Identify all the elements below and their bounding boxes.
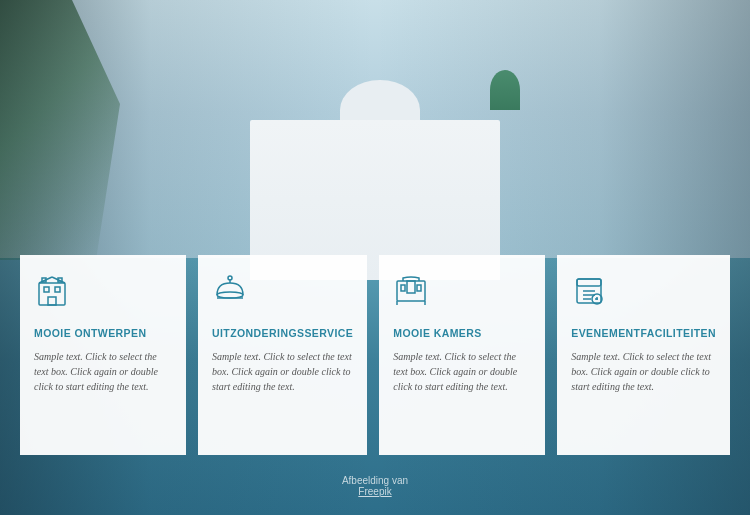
svg-rect-3 — [48, 297, 56, 305]
card-1-text: Sample text. Click to select the text bo… — [34, 349, 172, 394]
card-2-title: UITZONDERINGSSERVICE — [212, 326, 353, 341]
attribution-source: Freepik — [342, 486, 408, 497]
building — [200, 80, 550, 280]
building-icon — [34, 273, 172, 316]
cards-container: MOOIE ONTWERPEN Sample text. Click to se… — [20, 255, 730, 455]
svg-point-10 — [228, 276, 232, 280]
card-evenementfaciliteiten: EVENEMENTFACILITEITEN Sample text. Click… — [557, 255, 730, 455]
svg-rect-13 — [407, 281, 415, 293]
card-4-text: Sample text. Click to select the text bo… — [571, 349, 716, 394]
card-mooie-kamers: MOOIE KAMERS Sample text. Click to selec… — [379, 255, 545, 455]
card-3-title: MOOIE KAMERS — [393, 326, 531, 341]
event-icon — [571, 273, 716, 316]
card-uitzonderingsservice: UITZONDERINGSSERVICE Sample text. Click … — [198, 255, 367, 455]
attribution: Afbeelding van Freepik — [342, 475, 408, 497]
svg-rect-14 — [401, 285, 405, 291]
svg-rect-15 — [417, 285, 421, 291]
svg-point-8 — [217, 292, 243, 298]
card-4-title: EVENEMENTFACILITEITEN — [571, 326, 716, 341]
card-mooie-ontwerpen: MOOIE ONTWERPEN Sample text. Click to se… — [20, 255, 186, 455]
service-icon — [212, 273, 353, 316]
svg-rect-0 — [39, 283, 65, 305]
card-3-text: Sample text. Click to select the text bo… — [393, 349, 531, 394]
room-icon — [393, 273, 531, 316]
building-dome-green — [490, 70, 520, 110]
svg-rect-1 — [44, 287, 49, 292]
svg-rect-19 — [577, 279, 601, 286]
card-1-title: MOOIE ONTWERPEN — [34, 326, 172, 341]
attribution-label: Afbeelding van — [342, 475, 408, 486]
svg-rect-2 — [55, 287, 60, 292]
card-2-text: Sample text. Click to select the text bo… — [212, 349, 353, 394]
